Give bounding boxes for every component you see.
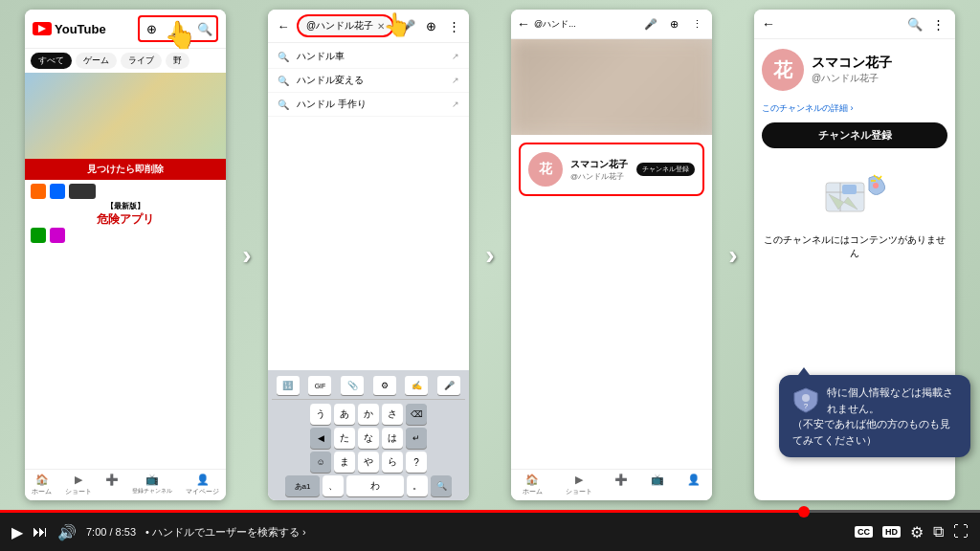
cast-icon[interactable]: ⊕ <box>142 19 161 38</box>
kb-key-na[interactable]: な <box>358 428 379 449</box>
next-button[interactable]: ⏭ <box>33 523 48 540</box>
search-result-3[interactable]: 🔍 ハンドル 手作り ↗ <box>268 93 469 117</box>
search-result-text-2: ハンドル変える <box>297 74 364 87</box>
kb-key-ya[interactable]: や <box>358 452 379 473</box>
kb-key-search-submit[interactable]: 🔍 <box>431 475 452 496</box>
nav-shorts[interactable]: ▶ショート <box>65 474 92 496</box>
screen3-nav-profile[interactable]: 👤 <box>687 474 701 496</box>
kb-emoji[interactable]: 🔢 <box>277 376 300 395</box>
nav-profile[interactable]: 👤マイページ <box>186 474 219 496</box>
kb-clip[interactable]: 📎 <box>341 376 364 395</box>
screen4-subscribe-btn[interactable]: チャンネル登録 <box>762 122 947 148</box>
app-icon-4 <box>50 228 65 243</box>
volume-button[interactable]: 🔊 <box>57 523 77 541</box>
screen3-thumb-area <box>511 39 712 135</box>
yt-icon <box>33 22 52 35</box>
app-list: 【最新版】 危険アプリ <box>25 180 226 249</box>
video-container: YouTube ⊕ 🔔 🔍 すべて ゲーム ライブ 野 <box>0 0 980 551</box>
search-back-btn[interactable]: ← <box>274 16 293 35</box>
control-bar-wrapper: ▶ ⏭ 🔊 7:00 / 8:53 • ハンドルでユーザーを検索する › CC … <box>0 510 980 551</box>
kb-key-sa2[interactable]: さ <box>382 404 403 425</box>
kb-key-left[interactable]: ◀ <box>310 428 331 449</box>
kb-key-return[interactable]: ↵ <box>406 428 427 449</box>
screen3-more[interactable]: ⋮ <box>687 14 706 33</box>
keyboard-area: 🔢 GIF 📎 ⚙ ✍ 🎤 う あ か さ ⌫ <box>268 370 469 500</box>
search-input-box[interactable]: @ハンドル花子 ✕ <box>297 14 394 37</box>
search-icon[interactable]: 🔍 <box>195 19 214 38</box>
screen3-nav-home[interactable]: 🏠ホーム <box>523 474 543 496</box>
kb-handwrite[interactable]: ✍ <box>405 376 428 395</box>
kb-key-ka[interactable]: あ <box>334 404 355 425</box>
kb-key-ma[interactable]: ま <box>334 452 355 473</box>
kb-gif[interactable]: GIF <box>308 376 331 395</box>
kb-settings[interactable]: ⚙ <box>373 376 396 395</box>
screen3-nav-shorts[interactable]: ▶ショート <box>566 474 592 496</box>
search-query: @ハンドル花子 <box>306 19 373 33</box>
video-thumbnail <box>25 73 226 159</box>
screen3-subscribe-btn[interactable]: チャンネル登録 <box>636 163 695 176</box>
svg-point-5 <box>873 183 879 188</box>
nav-subs[interactable]: 📺登録チャンネル <box>132 474 172 496</box>
search-result-text-1: ハンドル車 <box>297 50 345 63</box>
yt-logo: YouTube <box>33 22 106 36</box>
nav-home[interactable]: 🏠ホーム <box>32 474 52 496</box>
kb-key-period[interactable]: 。 <box>407 475 428 496</box>
qr-icon <box>69 184 96 199</box>
search-more[interactable]: ⋮ <box>444 16 463 35</box>
screen4-channel-detail[interactable]: このチャンネルの詳細 › <box>754 100 955 117</box>
search-result-1[interactable]: 🔍 ハンドル車 ↗ <box>268 45 469 69</box>
category-game[interactable]: ゲーム <box>76 53 117 69</box>
svg-rect-3 <box>842 185 857 194</box>
screen3-back[interactable]: ← <box>517 16 530 32</box>
category-all[interactable]: すべて <box>31 53 72 69</box>
play-button[interactable]: ▶ <box>11 523 23 541</box>
search-result-icon-3: 🔍 <box>278 99 289 110</box>
category-other[interactable]: 野 <box>166 53 189 69</box>
progress-track[interactable] <box>0 510 980 513</box>
no-content-icon <box>821 173 888 226</box>
progress-handle[interactable] <box>798 506 810 518</box>
kb-key-comma[interactable]: 、 <box>323 475 344 496</box>
kb-key-space[interactable]: わ <box>346 475 404 496</box>
kb-key-kana[interactable]: あa1 <box>285 475 320 496</box>
category-live[interactable]: ライブ <box>121 53 162 69</box>
hand-pointer-2: 👆 <box>383 11 412 38</box>
kb-key-sa[interactable]: か <box>358 404 379 425</box>
kb-key-a[interactable]: う <box>310 404 331 425</box>
chapter-arrow: › <box>302 526 306 538</box>
cc-badge[interactable]: CC <box>855 526 873 538</box>
screen3-nav-subs[interactable]: 📺 <box>651 474 664 496</box>
miniplayer-button[interactable]: ⧉ <box>933 523 944 540</box>
screen3-title: @ハンド... <box>534 18 637 31</box>
screen3-bottom-nav: 🏠ホーム ▶ショート ➕ 📺 👤 <box>511 469 712 500</box>
kb-row-2: ◀ た な は ↵ <box>272 428 465 449</box>
kb-key-ha[interactable]: は <box>382 428 403 449</box>
kb-key-ta[interactable]: た <box>334 428 355 449</box>
fullscreen-button[interactable]: ⛶ <box>953 523 969 540</box>
time-display: 7:00 / 8:53 <box>86 526 136 538</box>
screen3-mic[interactable]: 🎤 <box>641 14 660 33</box>
kb-key-ra[interactable]: ら <box>382 452 403 473</box>
search-results: 🔍 ハンドル車 ↗ 🔍 ハンドル変える ↗ 🔍 ハンドル 手作り ↗ <box>268 43 469 119</box>
settings-button[interactable]: ⚙ <box>910 523 924 541</box>
current-time: 7:00 <box>86 526 106 538</box>
app-icon-1 <box>31 184 46 199</box>
screen4-channel-name: スマコン花子 <box>812 55 892 72</box>
search-result-2[interactable]: 🔍 ハンドル変える ↗ <box>268 69 469 93</box>
screen4-search[interactable]: 🔍 <box>905 14 924 33</box>
screen4-avatar: 花 <box>762 49 804 91</box>
screen3-result-card[interactable]: 花 スマコン花子 @ハンドル花子 チャンネル登録 <box>519 143 704 196</box>
hd-badge[interactable]: HD <box>882 526 901 538</box>
kb-key-q[interactable]: ? <box>406 452 427 473</box>
kb-key-del[interactable]: ⌫ <box>406 404 427 425</box>
kb-key-emoji2[interactable]: ☺ <box>310 452 331 473</box>
video-area: YouTube ⊕ 🔔 🔍 すべて ゲーム ライブ 野 <box>0 0 980 510</box>
nav-add[interactable]: ➕ <box>105 474 119 496</box>
screen4-more[interactable]: ⋮ <box>928 14 947 33</box>
kb-mic[interactable]: 🎤 <box>437 376 460 395</box>
screen4-back[interactable]: ← <box>762 16 775 32</box>
arrow-2: › <box>477 10 503 500</box>
search-cast[interactable]: ⊕ <box>421 16 440 35</box>
screen3-nav-add[interactable]: ➕ <box>614 474 628 496</box>
screen3-cast[interactable]: ⊕ <box>664 14 683 33</box>
